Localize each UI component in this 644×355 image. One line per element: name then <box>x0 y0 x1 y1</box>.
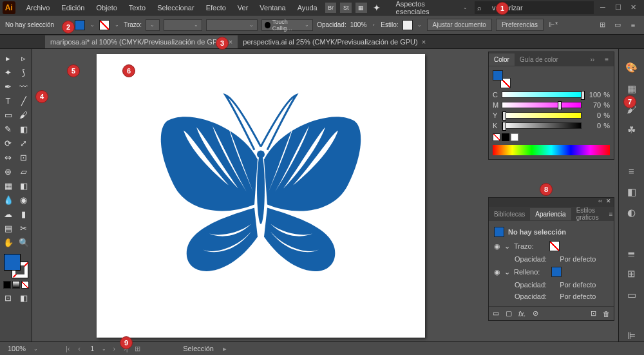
zoom-level[interactable]: 100% <box>4 345 30 352</box>
align-panel-icon[interactable]: ⊫ <box>625 330 639 341</box>
menu-ver[interactable]: Ver <box>232 1 254 14</box>
tab-bibliotecas[interactable]: Bibliotecas <box>489 208 530 220</box>
tab-color-guide[interactable]: Guía de color <box>515 53 564 66</box>
preferences-button[interactable]: Preferencias <box>496 19 544 31</box>
selection-tool[interactable]: ▸ <box>1 52 15 64</box>
menu-edición[interactable]: Edición <box>55 1 90 14</box>
arrange-icon[interactable]: ▦ <box>355 3 367 13</box>
minimize-button[interactable]: ─ <box>599 3 607 12</box>
swatches-icon[interactable]: ▦ <box>625 82 639 94</box>
type-tool[interactable]: T <box>1 94 15 107</box>
line-tool[interactable]: ╱ <box>17 94 31 107</box>
black-swatch[interactable] <box>502 133 509 141</box>
tab-close-icon[interactable]: × <box>229 38 232 46</box>
magic-wand-tool[interactable]: ✦ <box>1 66 15 79</box>
fill-swatch[interactable] <box>75 20 85 30</box>
bridge-icon[interactable]: Br <box>325 3 337 13</box>
expand-icon[interactable]: ⌄ <box>504 242 510 251</box>
gradient-tool[interactable]: ◧ <box>17 179 31 192</box>
fit-document-button[interactable]: Ajustar documento <box>427 19 492 31</box>
duplicate-icon[interactable]: ⊡ <box>591 309 596 318</box>
next-artboard-button[interactable]: › <box>109 345 118 352</box>
menu-ventana[interactable]: Ventana <box>254 1 291 14</box>
clear-icon[interactable]: ⊘ <box>533 309 538 318</box>
document-tab[interactable]: perspectiva.ai al 25% (CMYK/Previsualiza… <box>238 35 431 48</box>
gpu-icon[interactable]: ✦ <box>371 3 383 13</box>
new-stroke-icon[interactable]: ▢ <box>506 309 512 318</box>
white-swatch[interactable] <box>511 133 518 141</box>
symbols-icon[interactable]: ☘ <box>625 124 639 136</box>
brush-def[interactable]: ⌄ <box>206 19 258 31</box>
menu-seleccionar[interactable]: Seleccionar <box>151 1 200 14</box>
edit-mode[interactable]: ◧ <box>17 291 31 304</box>
maximize-button[interactable]: ☐ <box>614 3 622 12</box>
slider-C[interactable]: C100% <box>493 91 610 99</box>
transparency-icon[interactable]: ◐ <box>625 207 639 218</box>
mesh-tool[interactable]: ▦ <box>1 179 15 192</box>
menu-objeto[interactable]: Objeto <box>90 1 122 14</box>
first-artboard-button[interactable]: |‹ <box>63 345 72 352</box>
stroke-swatch[interactable] <box>99 20 109 30</box>
gradient-panel-icon[interactable]: ◧ <box>625 186 639 197</box>
artboard-tool[interactable]: ▤ <box>1 222 15 235</box>
rectangle-tool[interactable]: ▭ <box>1 108 15 121</box>
slider-Y[interactable]: Y0% <box>493 111 610 119</box>
asset-icon[interactable]: ⊞ <box>625 268 639 280</box>
lasso-tool[interactable]: ⟆ <box>17 66 31 79</box>
workspace-switcher[interactable]: Aspectos esenciales⌄ <box>390 0 475 18</box>
expand-icon[interactable]: ⌄ <box>504 268 510 276</box>
slider-M[interactable]: M70% <box>493 101 610 109</box>
close-button[interactable]: ✕ <box>630 3 638 12</box>
stroke-profile[interactable]: ⌄ <box>164 19 202 31</box>
symbol-tool[interactable]: ☁ <box>1 207 15 220</box>
graph-tool[interactable]: ▮ <box>17 207 31 220</box>
stroke-value-swatch[interactable] <box>549 241 560 251</box>
screen-mode[interactable]: ⊡ <box>1 291 15 304</box>
panel-collapse-icon[interactable]: ›› <box>585 53 600 66</box>
stroke-panel-icon[interactable]: ≡ <box>625 165 639 177</box>
fx-icon[interactable]: fx. <box>518 310 526 318</box>
scale-tool[interactable]: ⤢ <box>17 137 31 149</box>
eraser-tool[interactable]: ◧ <box>17 122 31 135</box>
menu-texto[interactable]: Texto <box>123 1 151 14</box>
opacity-dropdown[interactable]: › <box>370 22 377 28</box>
shaper-tool[interactable]: ✎ <box>1 122 15 135</box>
panel-menu-icon[interactable]: ≡ <box>600 53 614 66</box>
curvature-tool[interactable]: 〰 <box>17 80 31 93</box>
align-icon[interactable]: ⊩* <box>547 19 559 31</box>
artboard-number[interactable]: 1 <box>86 345 98 352</box>
brush-preset[interactable]: Touch Callig…⌄ <box>261 19 313 31</box>
menu-icon[interactable]: ≡ <box>627 19 639 31</box>
document-tab[interactable]: mariposa.ai* al 100% (CMYK/Previsualizac… <box>45 35 238 48</box>
style-swatch[interactable] <box>402 20 413 30</box>
artboard-nav-icon[interactable]: ⊞ <box>133 345 142 353</box>
menu-archivo[interactable]: Archivo <box>21 1 56 14</box>
eyedropper-tool[interactable]: 💧 <box>1 193 15 206</box>
slice-tool[interactable]: ✂ <box>17 222 31 235</box>
status-menu-icon[interactable]: ▸ <box>220 345 229 353</box>
pen-tool[interactable]: ✒ <box>1 80 15 93</box>
tab-apariencia[interactable]: Apariencia <box>530 208 571 220</box>
panel-close-icon[interactable]: ✕ <box>606 198 611 207</box>
layers-icon[interactable]: ≣ <box>625 247 639 259</box>
fill-value-swatch[interactable] <box>551 267 562 277</box>
brush-tool[interactable]: 🖌 <box>17 108 31 121</box>
menu-ayuda[interactable]: Ayuda <box>292 1 323 14</box>
spectrum-bar[interactable] <box>493 145 610 155</box>
artboards-icon[interactable]: ▭ <box>625 289 639 301</box>
free-transform-tool[interactable]: ⊡ <box>17 151 31 164</box>
color-themes-icon[interactable]: 🎨 <box>625 62 639 73</box>
transform-icon[interactable]: ⊞ <box>596 19 608 31</box>
none-mode[interactable] <box>21 281 29 289</box>
direct-selection-tool[interactable]: ▹ <box>17 52 31 64</box>
fill-stroke-indicator[interactable] <box>4 254 28 278</box>
stock-icon[interactable]: St <box>340 3 352 13</box>
blend-tool[interactable]: ◉ <box>17 193 31 206</box>
none-swatch[interactable] <box>493 133 500 141</box>
tab-close-icon[interactable]: × <box>422 38 426 46</box>
shape-builder-tool[interactable]: ⊕ <box>1 165 15 178</box>
zoom-tool[interactable]: 🔍 <box>17 236 31 249</box>
tab-color[interactable]: Color <box>489 53 515 66</box>
color-mode[interactable] <box>3 281 11 289</box>
new-fill-icon[interactable]: ▭ <box>493 309 499 318</box>
